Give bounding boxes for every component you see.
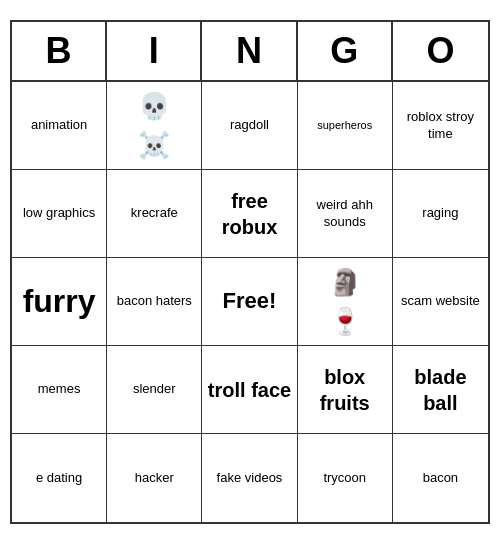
cell-r2c3: free robux bbox=[202, 170, 297, 258]
cell-r1c3: ragdoll bbox=[202, 82, 297, 170]
bingo-header: BINGO bbox=[12, 22, 488, 82]
cell-r5c2: hacker bbox=[107, 434, 202, 522]
cell-text-r3c1: furry bbox=[23, 281, 96, 323]
cell-r3c5: scam website bbox=[393, 258, 488, 346]
cell-r2c2: krecrafe bbox=[107, 170, 202, 258]
cell-text-r5c3: fake videos bbox=[217, 470, 283, 487]
cell-text-r2c4: weird ahh sounds bbox=[302, 197, 388, 231]
cell-r4c5: blade ball bbox=[393, 346, 488, 434]
header-letter-n: N bbox=[202, 22, 297, 80]
cell-text-r4c4: blox fruits bbox=[302, 364, 388, 416]
bingo-grid: animation💀☠️ragdollsuperherosroblox stro… bbox=[12, 82, 488, 522]
bingo-card: BINGO animation💀☠️ragdollsuperherosroblo… bbox=[10, 20, 490, 524]
cell-text-r2c3: free robux bbox=[206, 188, 292, 240]
cell-r1c4: superheros bbox=[298, 82, 393, 170]
cell-text-r2c5: raging bbox=[422, 205, 458, 222]
cell-text-r4c1: memes bbox=[38, 381, 81, 398]
cell-text-r4c2: slender bbox=[133, 381, 176, 398]
cell-r5c3: fake videos bbox=[202, 434, 297, 522]
cell-r2c1: low graphics bbox=[12, 170, 107, 258]
cell-r4c4: blox fruits bbox=[298, 346, 393, 434]
cell-text-r4c5: blade ball bbox=[397, 364, 484, 416]
cell-text-r3c2: bacon haters bbox=[117, 293, 192, 310]
cell-r5c5: bacon bbox=[393, 434, 488, 522]
cell-text-r3c3: Free! bbox=[223, 287, 277, 316]
emoji-r1c2: ☠️ bbox=[138, 127, 170, 163]
cell-text-r3c5: scam website bbox=[401, 293, 480, 310]
cell-r3c1: furry bbox=[12, 258, 107, 346]
emoji-r3c4: 🍷 bbox=[329, 303, 361, 339]
cell-r1c5: roblox stroy time bbox=[393, 82, 488, 170]
cell-r4c2: slender bbox=[107, 346, 202, 434]
cell-r3c2: bacon haters bbox=[107, 258, 202, 346]
cell-text-r1c1: animation bbox=[31, 117, 87, 134]
cell-r2c4: weird ahh sounds bbox=[298, 170, 393, 258]
cell-r4c1: memes bbox=[12, 346, 107, 434]
cell-r3c3: Free! bbox=[202, 258, 297, 346]
cell-text-r1c4: superheros bbox=[317, 118, 372, 132]
cell-r2c5: raging bbox=[393, 170, 488, 258]
cell-text-r5c1: e dating bbox=[36, 470, 82, 487]
cell-r1c1: animation bbox=[12, 82, 107, 170]
cell-text-r5c5: bacon bbox=[423, 470, 458, 487]
header-letter-o: O bbox=[393, 22, 488, 80]
cell-text-r1c5: roblox stroy time bbox=[397, 109, 484, 143]
header-letter-i: I bbox=[107, 22, 202, 80]
emoji-r3c4: 🗿 bbox=[329, 264, 361, 300]
cell-text-r5c4: trycoon bbox=[323, 470, 366, 487]
cell-text-r4c3: troll face bbox=[208, 377, 291, 403]
emoji-r1c2: 💀 bbox=[138, 88, 170, 124]
header-letter-g: G bbox=[298, 22, 393, 80]
cell-text-r2c2: krecrafe bbox=[131, 205, 178, 222]
cell-text-r5c2: hacker bbox=[135, 470, 174, 487]
cell-text-r1c3: ragdoll bbox=[230, 117, 269, 134]
cell-r4c3: troll face bbox=[202, 346, 297, 434]
cell-text-r2c1: low graphics bbox=[23, 205, 95, 222]
cell-r5c4: trycoon bbox=[298, 434, 393, 522]
cell-r3c4: 🗿🍷 bbox=[298, 258, 393, 346]
cell-r5c1: e dating bbox=[12, 434, 107, 522]
header-letter-b: B bbox=[12, 22, 107, 80]
cell-r1c2: 💀☠️ bbox=[107, 82, 202, 170]
